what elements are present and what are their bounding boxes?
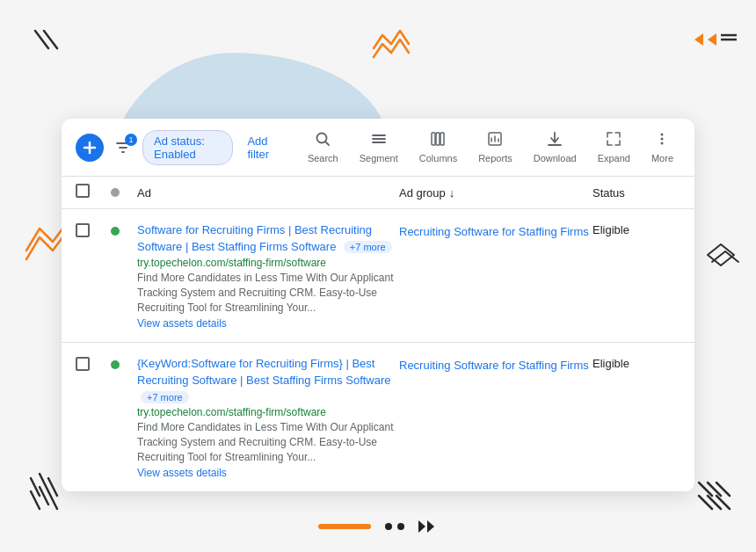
row2-checkbox[interactable] <box>76 355 111 374</box>
svg-point-33 <box>661 134 664 136</box>
green-dot <box>111 227 120 236</box>
row1-checkbox[interactable] <box>76 222 111 241</box>
nav-dot-1[interactable] <box>385 523 392 530</box>
table-row: {KeyWord:Software for Recruiting Firms} … <box>62 343 694 492</box>
sort-arrow-icon: ↓ <box>449 186 455 200</box>
reports-label: Reports <box>478 153 512 163</box>
svg-line-21 <box>325 142 329 145</box>
green-dot <box>111 360 120 369</box>
header-dot-col <box>111 185 137 200</box>
header-checkbox[interactable] <box>76 184 111 201</box>
reports-icon <box>487 131 503 151</box>
filter-button[interactable]: 1 <box>111 135 135 160</box>
columns-button[interactable]: Columns <box>412 127 464 167</box>
select-all-checkbox[interactable] <box>76 184 90 198</box>
expand-label: Expand <box>598 153 630 163</box>
deco-bottomright <box>690 474 738 526</box>
row2-adgroup-link[interactable]: Recruiting Software for Staffing Firms <box>399 359 589 372</box>
row1-adgroup: Recruiting Software for Staffing Firms <box>399 222 592 240</box>
row2-ad-title[interactable]: {KeyWord:Software for Recruiting Firms} … <box>137 357 391 387</box>
row2-status-dot <box>111 355 137 373</box>
status-column-header: Status <box>592 186 680 200</box>
row1-ad-title[interactable]: Software for Recruiting Firms | Best Rec… <box>137 223 372 253</box>
svg-point-35 <box>661 142 664 145</box>
deco-leftmid <box>22 220 66 267</box>
svg-rect-25 <box>432 133 435 145</box>
svg-rect-27 <box>440 133 444 145</box>
add-button[interactable] <box>76 134 104 162</box>
add-filter[interactable]: Add filter <box>240 131 286 164</box>
row1-adgroup-link[interactable]: Recruiting Software for Staffing Firms <box>399 225 589 238</box>
deco-topleft <box>26 26 66 61</box>
nav-play-button[interactable] <box>418 520 438 533</box>
row1-ad-url: try.topechelon.com/staffing-firm/softwar… <box>137 257 399 269</box>
status-filter[interactable]: Ad status: Enabled <box>142 130 233 165</box>
segment-icon <box>371 131 387 151</box>
nav-dot-2[interactable] <box>397 523 404 530</box>
more-button[interactable]: More <box>644 127 680 167</box>
row1-ad-badge: +7 more <box>344 241 392 253</box>
bottom-nav <box>318 520 438 533</box>
svg-point-34 <box>661 138 664 141</box>
ad-column-header: Ad <box>137 186 399 200</box>
toolbar: 1 Ad status: Enabled Add filter Search <box>62 119 694 177</box>
expand-icon <box>606 131 622 151</box>
columns-label: Columns <box>419 153 457 163</box>
row2-adgroup: Recruiting Software for Staffing Firms <box>399 355 592 374</box>
row2-ad-badge: +7 more <box>141 391 189 403</box>
columns-icon <box>430 131 446 151</box>
download-label: Download <box>534 153 577 163</box>
svg-rect-26 <box>436 133 440 145</box>
expand-button[interactable]: Expand <box>591 127 637 167</box>
more-label: More <box>651 153 673 163</box>
row1-ad: Software for Recruiting Firms | Best Rec… <box>137 222 399 330</box>
search-icon <box>315 131 331 151</box>
search-label: Search <box>308 153 338 163</box>
row1-status: Eligible <box>592 222 680 236</box>
svg-marker-2 <box>694 33 703 46</box>
row1-status-dot <box>111 222 137 239</box>
search-button[interactable]: Search <box>301 127 345 167</box>
nav-progress-bar[interactable] <box>318 524 371 529</box>
segment-label: Segment <box>360 153 398 163</box>
svg-marker-3 <box>708 33 716 46</box>
adgroup-column-header[interactable]: Ad group ↓ <box>399 186 592 200</box>
row1-view-assets[interactable]: View assets details <box>137 317 399 330</box>
row2-view-assets[interactable]: View assets details <box>137 467 399 479</box>
row2-ad-url: try.topechelon.com/staffing-firm/softwar… <box>137 406 399 418</box>
table-header: Ad Ad group ↓ Status <box>62 177 694 209</box>
deco-topmid <box>369 26 413 65</box>
deco-rightmid <box>703 237 743 276</box>
row2-ad-desc: Find More Candidates in Less Time With O… <box>137 420 399 464</box>
more-icon <box>654 131 670 151</box>
svg-marker-36 <box>418 520 425 533</box>
row1-ad-desc: Find More Candidates in Less Time With O… <box>137 271 399 315</box>
deco-topright <box>694 26 738 56</box>
download-button[interactable]: Download <box>527 127 584 167</box>
download-icon <box>547 131 563 151</box>
svg-marker-37 <box>427 520 434 533</box>
row2-ad: {KeyWord:Software for Recruiting Firms} … <box>137 355 399 479</box>
segment-button[interactable]: Segment <box>353 127 405 167</box>
main-card: 1 Ad status: Enabled Add filter Search <box>62 119 694 492</box>
nav-dots <box>385 523 404 530</box>
filter-badge: 1 <box>125 134 137 146</box>
table-row: Software for Recruiting Firms | Best Rec… <box>62 209 694 343</box>
reports-button[interactable]: Reports <box>471 127 520 167</box>
row2-status: Eligible <box>592 355 680 370</box>
